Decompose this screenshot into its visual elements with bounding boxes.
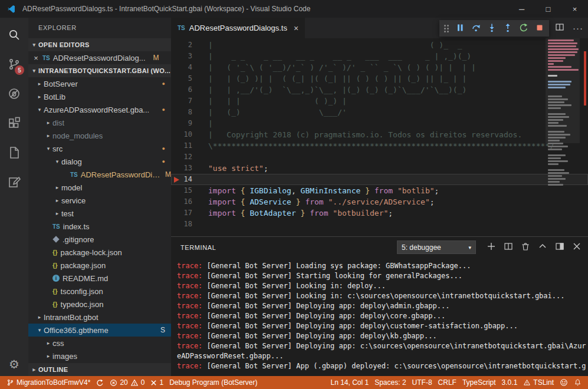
new-terminal-icon[interactable]: [487, 242, 495, 252]
line-number[interactable]: 8: [171, 107, 192, 118]
tslint-status[interactable]: TSLint: [520, 376, 557, 389]
sidebar-title: EXPLORER: [28, 18, 171, 38]
line-number[interactable]: 3: [171, 51, 192, 62]
line-number[interactable]: 17: [171, 207, 192, 219]
line-number[interactable]: 16: [171, 196, 192, 207]
pause-button[interactable]: [455, 23, 465, 34]
minimap[interactable]: [546, 38, 580, 236]
line-number[interactable]: 7: [171, 95, 192, 107]
source-control-icon[interactable]: 5: [0, 50, 28, 79]
problems-status[interactable]: 20 0: [107, 376, 147, 389]
minimap-slider[interactable]: [546, 38, 580, 143]
edit-document-icon[interactable]: [0, 167, 28, 197]
chevron-right-icon: ▸: [44, 353, 52, 359]
line-number[interactable]: 2: [171, 39, 192, 51]
git-branch-status[interactable]: MigrationToBotFmwV4*: [4, 376, 93, 389]
files-icon[interactable]: [0, 138, 28, 167]
status-item[interactable]: Spaces: 2: [372, 376, 409, 389]
line-number[interactable]: 5: [171, 73, 192, 84]
failed-tasks-status[interactable]: 1: [147, 376, 166, 389]
restart-button[interactable]: [519, 23, 528, 34]
debug-target-status[interactable]: Debug Program (BotServer): [166, 376, 260, 389]
tree-item[interactable]: ▾AzureADPasswordReset.gba...●: [28, 103, 171, 116]
minimize-button[interactable]: ─: [508, 0, 535, 18]
tree-item[interactable]: ▾src●: [28, 142, 171, 155]
status-item[interactable]: Ln 14, Col 1: [327, 376, 372, 389]
open-editors-section-header[interactable]: ▾ OPEN EDITORS: [28, 38, 171, 51]
tab-adresetpassworddialogs[interactable]: TS ADResetPasswordDialogs.ts ×: [171, 18, 305, 38]
outline-section-header[interactable]: ▸ OUTLINE: [28, 363, 171, 376]
terminal-line: trace: [General Bot Server] Looking in: …: [177, 291, 588, 301]
code-line: 16import { ADService } from "../service/…: [171, 196, 588, 207]
terminal-select[interactable]: 5: debuggee ▾: [397, 240, 476, 254]
line-number[interactable]: 18: [171, 219, 192, 230]
feedback-smiley-icon[interactable]: [557, 376, 571, 389]
stop-button[interactable]: [535, 23, 544, 34]
maximize-button[interactable]: □: [535, 0, 561, 18]
modified-dot: ●: [162, 146, 165, 151]
line-number[interactable]: 13: [171, 163, 192, 174]
line-number[interactable]: 15: [171, 185, 192, 196]
close-panel-icon[interactable]: [573, 242, 581, 252]
status-item[interactable]: TypeScript: [459, 376, 499, 389]
line-number[interactable]: 9: [171, 118, 192, 129]
search-icon[interactable]: [0, 20, 28, 50]
line-number[interactable]: 12: [171, 151, 192, 163]
tree-item-label: Office365.gbtheme: [44, 326, 109, 335]
status-item[interactable]: UTF-8: [409, 376, 435, 389]
status-item[interactable]: CRLF: [435, 376, 459, 389]
line-number[interactable]: 11: [171, 140, 192, 151]
extensions-icon[interactable]: [0, 108, 28, 138]
step-into-button[interactable]: [487, 23, 497, 34]
tree-item[interactable]: TSindex.ts: [28, 220, 171, 233]
failed-count: 1: [159, 378, 163, 387]
tree-item[interactable]: TSADResetPasswordDial...M: [28, 168, 171, 181]
terminal-panel: TERMINAL 5: debuggee ▾: [171, 236, 588, 376]
sync-status[interactable]: [93, 376, 107, 389]
split-terminal-icon[interactable]: [504, 242, 513, 252]
line-number[interactable]: 4: [171, 62, 192, 73]
tree-item[interactable]: ▸service: [28, 194, 171, 207]
workspace-section-header[interactable]: ▾ INTRANETBOTQUICKSTART.GBAI (WO...: [28, 64, 171, 77]
more-actions-icon[interactable]: ···: [573, 23, 583, 33]
notifications-bell-icon[interactable]: [571, 376, 584, 389]
panel-position-icon[interactable]: [556, 242, 564, 252]
tree-item[interactable]: {}package.json: [28, 259, 171, 272]
step-over-button[interactable]: [471, 23, 481, 34]
step-out-button[interactable]: [503, 23, 513, 34]
code-editor[interactable]: 2| ( )_ _3| _ _ _ __ __ _ __ _ ___ ___ _…: [171, 38, 588, 236]
tree-item[interactable]: ▾Office365.gbthemeS: [28, 324, 171, 337]
tree-item[interactable]: iREADME.md: [28, 272, 171, 285]
close-tab-icon[interactable]: ×: [294, 24, 298, 33]
tree-item[interactable]: ▸BotServer●: [28, 77, 171, 90]
line-number[interactable]: 10: [171, 129, 192, 140]
tree-item[interactable]: ▸dist: [28, 116, 171, 129]
terminal-output[interactable]: trace: [General Bot Server] Loading sys …: [171, 258, 588, 376]
close-editor-icon[interactable]: ×: [32, 54, 40, 62]
tree-item[interactable]: ▸images: [28, 350, 171, 362]
terminal-tab[interactable]: TERMINAL: [180, 244, 216, 251]
tree-item[interactable]: {}typedoc.json: [28, 298, 171, 311]
tree-item[interactable]: {}package-lock.json: [28, 246, 171, 259]
tree-item[interactable]: ▸BotLib: [28, 90, 171, 103]
status-item[interactable]: 3.0.1: [499, 376, 521, 389]
close-button[interactable]: ×: [561, 0, 588, 18]
tree-item[interactable]: ▸IntranetBot.gbot: [28, 311, 171, 324]
tree-item[interactable]: .gitignore: [28, 233, 171, 246]
tree-item[interactable]: ▸css: [28, 337, 171, 350]
tree-item[interactable]: ▸node_modules: [28, 129, 171, 142]
title-bar: ADResetPasswordDialogs.ts - IntranetBotQ…: [0, 0, 588, 18]
line-number[interactable]: 6: [171, 84, 192, 95]
kill-terminal-icon[interactable]: [521, 242, 530, 252]
tree-item[interactable]: ▸model: [28, 181, 171, 194]
open-editor-item[interactable]: × TS ADResetPasswordDialog... M: [28, 51, 171, 64]
drag-handle-icon[interactable]: [444, 25, 449, 32]
maximize-panel-icon[interactable]: [538, 242, 547, 252]
settings-gear-icon[interactable]: ⚙: [9, 357, 19, 371]
overview-ruler[interactable]: [580, 38, 588, 236]
tree-item[interactable]: ▸test: [28, 207, 171, 220]
debug-icon[interactable]: [0, 79, 28, 108]
tree-item[interactable]: ▾dialog●: [28, 155, 171, 168]
tree-item[interactable]: {}tsconfig.json: [28, 285, 171, 298]
split-editor-icon[interactable]: [555, 22, 564, 34]
